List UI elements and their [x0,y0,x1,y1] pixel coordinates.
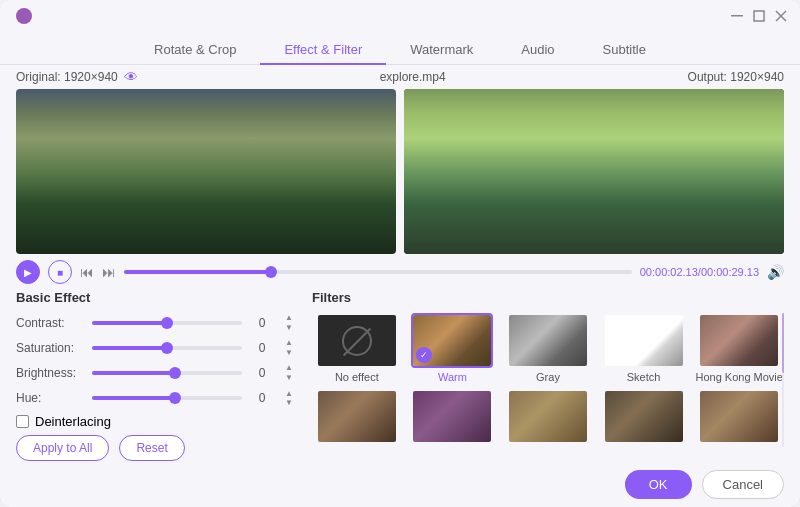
filter-r2-4-preview [605,391,683,442]
filter-r2-4[interactable] [599,389,689,447]
filter-no-effect-label: No effect [335,371,379,383]
basic-effect-panel: Basic Effect Contrast: 0 ▲ ▼ Saturation: [16,290,296,462]
brightness-thumb [169,367,181,379]
filter-r2-1-thumb [316,389,398,444]
contrast-slider[interactable] [92,321,242,325]
original-video-panel [16,89,396,254]
contrast-down[interactable]: ▼ [282,323,296,333]
tab-subtitle[interactable]: Subtitle [579,36,670,65]
saturation-stepper: ▲ ▼ [282,338,296,357]
prev-frame-button[interactable]: ⏮ [80,264,94,280]
filter-no-effect-preview [318,315,396,366]
hue-value: 0 [250,391,274,405]
filter-gray-preview [509,315,587,366]
hue-slider[interactable] [92,396,242,400]
action-buttons: Apply to All Reset [16,435,296,461]
filter-warm-label: Warm [438,371,467,383]
output-video-panel [404,89,784,254]
filter-sketch[interactable]: Sketch [599,313,689,383]
contrast-up[interactable]: ▲ [282,313,296,323]
filter-r2-2-thumb [411,389,493,444]
tab-audio[interactable]: Audio [497,36,578,65]
volume-icon[interactable]: 🔊 [767,264,784,280]
ok-button[interactable]: OK [625,470,692,499]
basic-effect-title: Basic Effect [16,290,296,305]
filter-hong-kong-preview [700,315,778,366]
minimize-button[interactable] [730,9,744,23]
brightness-stepper: ▲ ▼ [282,363,296,382]
filters-panel: Filters No effect [312,290,784,462]
filter-r2-2[interactable] [408,389,498,447]
hue-down[interactable]: ▼ [282,398,296,408]
filter-r2-4-thumb [603,389,685,444]
deinterlacing-label: Deinterlacing [35,414,111,429]
play-button[interactable]: ▶ [16,260,40,284]
filter-r2-2-preview [413,391,491,442]
filename: explore.mp4 [380,70,446,84]
hue-up[interactable]: ▲ [282,389,296,399]
contrast-fill [92,321,167,325]
filter-gray-thumb [507,313,589,368]
progress-fill [124,270,271,274]
deinterlacing-row: Deinterlacing [16,414,296,429]
contrast-stepper: ▲ ▼ [282,313,296,332]
filter-warm-thumb: ✓ [411,313,493,368]
saturation-value: 0 [250,341,274,355]
filter-r2-5-preview [700,391,778,442]
contrast-value: 0 [250,316,274,330]
tab-bar: Rotate & Crop Effect & Filter Watermark … [0,32,800,65]
filter-gray[interactable]: Gray [503,313,593,383]
tab-watermark[interactable]: Watermark [386,36,497,65]
hue-stepper: ▲ ▼ [282,389,296,408]
saturation-thumb [161,342,173,354]
hue-thumb [169,392,181,404]
filter-r2-5-thumb [698,389,780,444]
progress-bar[interactable] [124,270,632,274]
filters-grid: No effect ✓ Warm [312,313,784,447]
filters-grid-wrapper: No effect ✓ Warm [312,313,784,447]
window-controls [730,9,788,23]
reset-button[interactable]: Reset [119,435,184,461]
close-button[interactable] [774,9,788,23]
tab-effect-filter[interactable]: Effect & Filter [260,36,386,65]
tab-rotate-crop[interactable]: Rotate & Crop [130,36,260,65]
deinterlacing-checkbox[interactable] [16,415,29,428]
filter-warm[interactable]: ✓ Warm [408,313,498,383]
filters-scrollbar[interactable] [782,313,784,447]
filter-r2-1[interactable] [312,389,402,447]
filter-r2-5[interactable] [694,389,784,447]
brightness-slider[interactable] [92,371,242,375]
brightness-down[interactable]: ▼ [282,373,296,383]
saturation-up[interactable]: ▲ [282,338,296,348]
no-effect-icon [342,326,372,356]
brightness-fill [92,371,175,375]
output-video-frame [404,89,784,254]
filter-sketch-thumb [603,313,685,368]
saturation-down[interactable]: ▼ [282,348,296,358]
contrast-label: Contrast: [16,316,84,330]
filter-no-effect-thumb [316,313,398,368]
contrast-row: Contrast: 0 ▲ ▼ [16,313,296,332]
saturation-slider[interactable] [92,346,242,350]
filter-hong-kong-thumb [698,313,780,368]
hue-fill [92,396,175,400]
filter-hong-kong-label: Hong Kong Movie [695,371,782,383]
main-window: Rotate & Crop Effect & Filter Watermark … [0,0,800,507]
saturation-row: Saturation: 0 ▲ ▼ [16,338,296,357]
brightness-label: Brightness: [16,366,84,380]
stop-button[interactable]: ■ [48,260,72,284]
filter-hong-kong[interactable]: Hong Kong Movie [694,313,784,383]
filter-no-effect[interactable]: No effect [312,313,402,383]
filters-scrollbar-thumb [782,313,784,373]
bottom-bar: OK Cancel [0,462,800,507]
eye-icon[interactable]: 👁 [124,69,138,85]
next-frame-button[interactable]: ⏭ [102,264,116,280]
brightness-up[interactable]: ▲ [282,363,296,373]
maximize-button[interactable] [752,9,766,23]
apply-to-all-button[interactable]: Apply to All [16,435,109,461]
filter-r2-3[interactable] [503,389,593,447]
original-resolution: Original: 1920×940 [16,70,118,84]
filter-sketch-preview [605,315,683,366]
hue-label: Hue: [16,391,84,405]
cancel-button[interactable]: Cancel [702,470,784,499]
